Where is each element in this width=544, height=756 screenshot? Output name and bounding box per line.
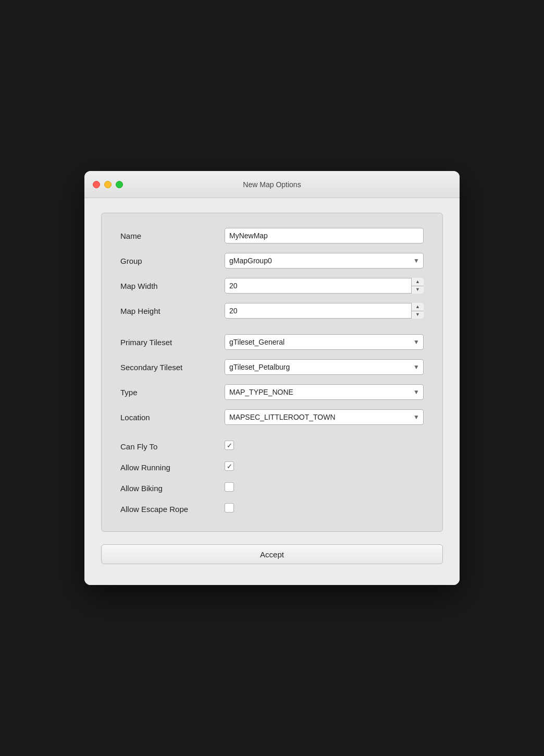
location-label: Location <box>120 413 225 422</box>
primary-tileset-select-wrapper: gTileset_General gTileset_Cave gTileset_… <box>225 334 424 350</box>
map-height-control: ▲ ▼ <box>225 303 424 319</box>
map-height-input[interactable] <box>225 303 424 319</box>
secondary-tileset-select[interactable]: gTileset_Petalburg gTileset_General gTil… <box>225 359 424 375</box>
allow-running-checkbox[interactable] <box>225 461 234 471</box>
location-row: Location MAPSEC_LITTLEROOT_TOWN MAPSEC_O… <box>120 409 424 425</box>
secondary-tileset-control: gTileset_Petalburg gTileset_General gTil… <box>225 359 424 375</box>
map-width-decrement-button[interactable]: ▼ <box>412 286 424 294</box>
type-select-wrapper: MAP_TYPE_NONE MAP_TYPE_TOWN MAP_TYPE_CIT… <box>225 384 424 400</box>
window-content: Name Group gMapGroup0 gMapGroup1 gMapGro… <box>84 198 460 585</box>
allow-escape-rope-row: Allow Escape Rope <box>120 503 424 515</box>
secondary-tileset-row: Secondary Tileset gTileset_Petalburg gTi… <box>120 359 424 375</box>
maximize-button[interactable] <box>116 181 123 188</box>
close-button[interactable] <box>93 181 100 188</box>
minimize-button[interactable] <box>104 181 112 188</box>
map-width-spinner-buttons: ▲ ▼ <box>411 278 424 294</box>
type-control: MAP_TYPE_NONE MAP_TYPE_TOWN MAP_TYPE_CIT… <box>225 384 424 400</box>
can-fly-to-checkbox[interactable] <box>225 441 234 450</box>
map-height-increment-button[interactable]: ▲ <box>412 303 424 311</box>
map-height-spinner-wrapper: ▲ ▼ <box>225 303 424 319</box>
traffic-lights <box>93 181 123 188</box>
group-control: gMapGroup0 gMapGroup1 gMapGroup2 ▼ <box>225 253 424 269</box>
map-width-control: ▲ ▼ <box>225 278 424 294</box>
allow-biking-label: Allow Biking <box>120 484 225 493</box>
map-height-row: Map Height ▲ ▼ <box>120 303 424 319</box>
map-height-spinner-buttons: ▲ ▼ <box>411 303 424 319</box>
map-width-label: Map Width <box>120 282 225 290</box>
map-width-input[interactable] <box>225 278 424 294</box>
primary-tileset-label: Primary Tileset <box>120 338 225 347</box>
form-panel: Name Group gMapGroup0 gMapGroup1 gMapGro… <box>101 213 443 532</box>
allow-escape-rope-label: Allow Escape Rope <box>120 505 225 514</box>
map-width-spinner-wrapper: ▲ ▼ <box>225 278 424 294</box>
allow-biking-checkbox[interactable] <box>225 482 234 492</box>
group-select-wrapper: gMapGroup0 gMapGroup1 gMapGroup2 ▼ <box>225 253 424 269</box>
primary-tileset-control: gTileset_General gTileset_Cave gTileset_… <box>225 334 424 350</box>
group-select[interactable]: gMapGroup0 gMapGroup1 gMapGroup2 <box>225 253 424 269</box>
name-row: Name <box>120 228 424 243</box>
primary-tileset-select[interactable]: gTileset_General gTileset_Cave gTileset_… <box>225 334 424 350</box>
window-title: New Map Options <box>243 180 301 189</box>
map-height-label: Map Height <box>120 307 225 315</box>
secondary-tileset-label: Secondary Tileset <box>120 363 225 372</box>
allow-escape-rope-control <box>225 503 424 515</box>
group-row: Group gMapGroup0 gMapGroup1 gMapGroup2 ▼ <box>120 253 424 269</box>
name-label: Name <box>120 231 225 240</box>
allow-biking-row: Allow Biking <box>120 482 424 494</box>
can-fly-to-row: Can Fly To <box>120 441 424 452</box>
group-label: Group <box>120 257 225 265</box>
name-input[interactable] <box>225 228 424 243</box>
can-fly-to-label: Can Fly To <box>120 442 225 451</box>
can-fly-to-control <box>225 441 424 452</box>
map-width-row: Map Width ▲ ▼ <box>120 278 424 294</box>
name-control <box>225 228 424 243</box>
allow-running-label: Allow Running <box>120 463 225 472</box>
allow-biking-control <box>225 482 424 494</box>
location-control: MAPSEC_LITTLEROOT_TOWN MAPSEC_OLDALE_TOW… <box>225 409 424 425</box>
map-height-decrement-button[interactable]: ▼ <box>412 311 424 319</box>
type-label: Type <box>120 388 225 397</box>
map-width-increment-button[interactable]: ▲ <box>412 278 424 286</box>
location-select[interactable]: MAPSEC_LITTLEROOT_TOWN MAPSEC_OLDALE_TOW… <box>225 409 424 425</box>
location-select-wrapper: MAPSEC_LITTLEROOT_TOWN MAPSEC_OLDALE_TOW… <box>225 409 424 425</box>
allow-running-control <box>225 461 424 473</box>
type-select[interactable]: MAP_TYPE_NONE MAP_TYPE_TOWN MAP_TYPE_CIT… <box>225 384 424 400</box>
secondary-tileset-select-wrapper: gTileset_Petalburg gTileset_General gTil… <box>225 359 424 375</box>
type-row: Type MAP_TYPE_NONE MAP_TYPE_TOWN MAP_TYP… <box>120 384 424 400</box>
accept-button[interactable]: Accept <box>101 544 443 564</box>
allow-running-row: Allow Running <box>120 461 424 473</box>
allow-escape-rope-checkbox[interactable] <box>225 503 234 513</box>
primary-tileset-row: Primary Tileset gTileset_General gTilese… <box>120 334 424 350</box>
title-bar: New Map Options <box>84 171 460 198</box>
main-window: New Map Options Name Group gMapGroup0 gM… <box>84 171 460 585</box>
